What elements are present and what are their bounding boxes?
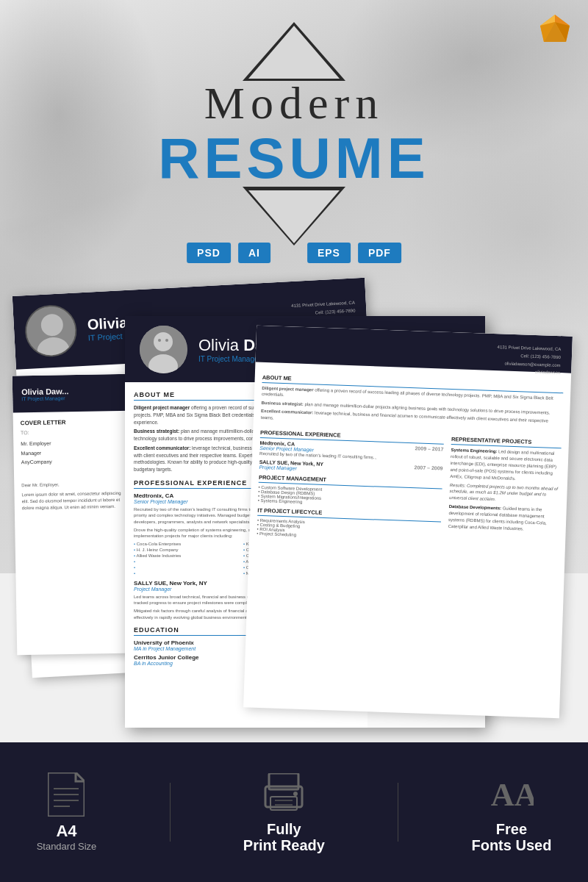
- logo-area: [537, 11, 573, 51]
- footer-a4-label: A4 Standard Size: [37, 822, 97, 851]
- print-icon: [262, 771, 306, 815]
- footer-fully: Fully: [267, 821, 301, 837]
- resume-front-photo: [140, 326, 187, 373]
- svg-point-10: [154, 332, 173, 351]
- resume-back-photo: [24, 304, 78, 358]
- svg-point-22: [293, 792, 298, 796]
- resume-third-body: About Me Diligent project manager offeri…: [249, 362, 571, 554]
- preview-area: Olivia Dawson IT Project Manager 4131 Pr…: [0, 287, 588, 728]
- svg-point-13: [165, 339, 168, 342]
- svg-point-12: [158, 339, 161, 342]
- badge-psd: PSD: [187, 243, 231, 263]
- svg-text:AA: AA: [491, 776, 534, 812]
- cover-section-label: COVER LETTER: [21, 418, 123, 426]
- cover-subtitle: IT Project Manager: [21, 395, 69, 401]
- footer-fonts-used: Fonts Used: [471, 837, 551, 853]
- cover-body: COVER LETTER TO: Mr. Employer Manager An…: [13, 411, 133, 520]
- header-area: Modern RESUME: [0, 0, 588, 245]
- footer-print-label: Fully Print Ready: [243, 821, 325, 853]
- cover-name: Olivia Daw...: [21, 387, 69, 396]
- cover-letter-preview: Olivia Daw... IT Project Manager COVER L…: [12, 374, 135, 656]
- logo-icon: [537, 11, 573, 48]
- bottom-footer: A4 Standard Size Fully Print Ready: [0, 742, 588, 882]
- triangle-down-icon: [243, 187, 345, 245]
- fonts-icon: AA: [490, 771, 534, 815]
- badge-pdf: PDF: [358, 243, 401, 263]
- a4-icon: [44, 772, 88, 817]
- footer-print: Fully Print Ready: [243, 771, 325, 853]
- footer-fonts-label: Free Fonts Used: [471, 821, 551, 853]
- cover-header: Olivia Daw... IT Project Manager: [12, 374, 131, 413]
- resume-third-preview: 4131 Privet Drive Lakewood, CA Cell: (12…: [243, 326, 573, 719]
- footer-free: Free: [496, 821, 527, 837]
- footer-print-ready: Print Ready: [243, 837, 325, 853]
- badge-eps: EPS: [307, 243, 351, 263]
- cover-to: TO:: [21, 429, 123, 435]
- badge-ai: AI: [238, 243, 270, 263]
- footer-divider-1: [170, 783, 171, 842]
- format-badges: PSD AI EPS PDF: [187, 243, 401, 263]
- footer-divider-2: [398, 783, 398, 842]
- footer-a4: A4 Standard Size: [37, 772, 97, 851]
- cover-recipient: Mr. Employer Manager AnyCompany: [21, 438, 124, 467]
- triangle-up-icon: [243, 22, 345, 81]
- footer-fonts: AA Free Fonts Used: [471, 771, 551, 853]
- title-resume: RESUME: [0, 129, 588, 187]
- title-modern: Modern: [0, 77, 588, 129]
